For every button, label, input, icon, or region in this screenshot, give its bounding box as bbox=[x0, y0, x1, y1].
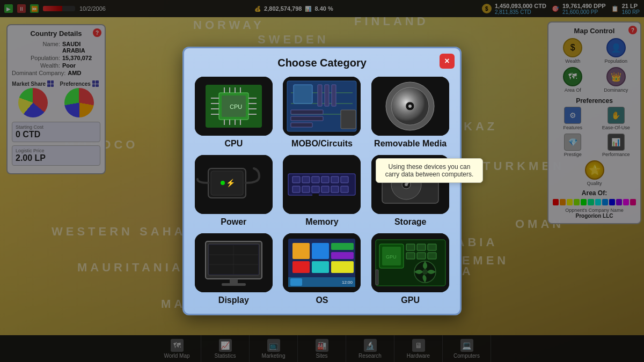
category-label-storage: Storage bbox=[394, 217, 427, 227]
svg-rect-94 bbox=[406, 244, 415, 250]
svg-rect-47 bbox=[302, 176, 310, 183]
category-label-os: OS bbox=[316, 295, 328, 305]
category-grid: CPU CPU MOBO/Circuits bbox=[193, 77, 451, 305]
svg-rect-76 bbox=[222, 283, 246, 286]
category-label-removable: Removable Media bbox=[374, 139, 447, 149]
tooltip: Using these devices you can carry data b… bbox=[376, 158, 483, 183]
svg-rect-96 bbox=[428, 244, 436, 250]
modal-close-button[interactable]: × bbox=[440, 54, 455, 69]
category-label-cpu: CPU bbox=[224, 139, 243, 149]
category-label-memory: Memory bbox=[305, 217, 338, 227]
svg-rect-102 bbox=[376, 270, 378, 285]
category-icon-display bbox=[195, 233, 273, 292]
svg-rect-71 bbox=[209, 245, 258, 274]
category-icon-gpu: GPU bbox=[371, 233, 449, 292]
svg-rect-48 bbox=[312, 176, 319, 183]
svg-point-101 bbox=[422, 269, 428, 275]
svg-rect-49 bbox=[321, 176, 329, 183]
svg-rect-55 bbox=[321, 186, 329, 193]
svg-rect-27 bbox=[318, 85, 322, 106]
svg-rect-50 bbox=[331, 176, 339, 183]
svg-rect-31 bbox=[291, 116, 323, 121]
svg-rect-82 bbox=[331, 243, 354, 250]
svg-rect-58 bbox=[312, 194, 319, 197]
category-item-display[interactable]: Display bbox=[193, 233, 275, 305]
category-icon-mobo bbox=[283, 77, 361, 136]
svg-rect-26 bbox=[294, 85, 312, 104]
svg-rect-97 bbox=[406, 253, 415, 259]
svg-rect-53 bbox=[302, 186, 310, 193]
modal-title: Choose Category bbox=[193, 57, 451, 69]
svg-rect-51 bbox=[341, 176, 348, 183]
svg-rect-54 bbox=[312, 186, 319, 193]
svg-rect-84 bbox=[292, 261, 310, 273]
category-icon-removable bbox=[371, 77, 449, 136]
category-icon-memory bbox=[283, 155, 361, 214]
category-item-removable[interactable]: Removable Media bbox=[369, 77, 451, 149]
svg-rect-30 bbox=[291, 110, 323, 114]
svg-text:CPU: CPU bbox=[230, 104, 242, 110]
svg-rect-81 bbox=[312, 243, 329, 259]
svg-text:12:00: 12:00 bbox=[342, 280, 353, 285]
svg-rect-87 bbox=[290, 278, 302, 286]
category-item-power[interactable]: ⚡ Power bbox=[193, 155, 275, 227]
category-icon-cpu: CPU bbox=[195, 77, 273, 136]
svg-rect-98 bbox=[417, 253, 426, 259]
category-icon-os: 12:00 bbox=[283, 233, 361, 292]
category-label-gpu: GPU bbox=[401, 295, 420, 305]
svg-point-42 bbox=[221, 181, 225, 185]
svg-rect-95 bbox=[417, 244, 426, 250]
category-item-gpu[interactable]: GPU GPU bbox=[369, 233, 451, 305]
svg-rect-29 bbox=[332, 85, 336, 106]
svg-text:⚡: ⚡ bbox=[226, 179, 236, 188]
svg-rect-28 bbox=[325, 85, 329, 106]
svg-rect-83 bbox=[331, 252, 354, 259]
svg-rect-32 bbox=[291, 123, 312, 127]
category-label-power: Power bbox=[221, 217, 246, 227]
category-icon-power: ⚡ bbox=[195, 155, 273, 214]
svg-rect-33 bbox=[341, 110, 356, 129]
category-label-display: Display bbox=[218, 295, 249, 305]
svg-rect-80 bbox=[292, 243, 310, 259]
tooltip-text: Using these devices you can carry data b… bbox=[385, 163, 474, 178]
category-item-memory[interactable]: Memory bbox=[281, 155, 363, 227]
category-item-cpu[interactable]: CPU CPU bbox=[193, 77, 275, 149]
svg-rect-99 bbox=[428, 253, 436, 259]
svg-rect-85 bbox=[312, 261, 329, 273]
category-label-mobo: MOBO/Circuits bbox=[291, 139, 353, 149]
category-item-mobo[interactable]: MOBO/Circuits bbox=[281, 77, 363, 149]
svg-point-38 bbox=[408, 105, 412, 108]
svg-rect-52 bbox=[292, 186, 300, 193]
svg-rect-56 bbox=[331, 186, 339, 193]
svg-text:GPU: GPU bbox=[386, 254, 397, 260]
category-item-os[interactable]: 12:00 OS bbox=[281, 233, 363, 305]
svg-rect-86 bbox=[331, 261, 354, 273]
svg-rect-57 bbox=[341, 186, 348, 193]
modal-overlay[interactable]: Choose Category × CPU CPU bbox=[0, 0, 644, 362]
svg-rect-46 bbox=[292, 176, 300, 183]
